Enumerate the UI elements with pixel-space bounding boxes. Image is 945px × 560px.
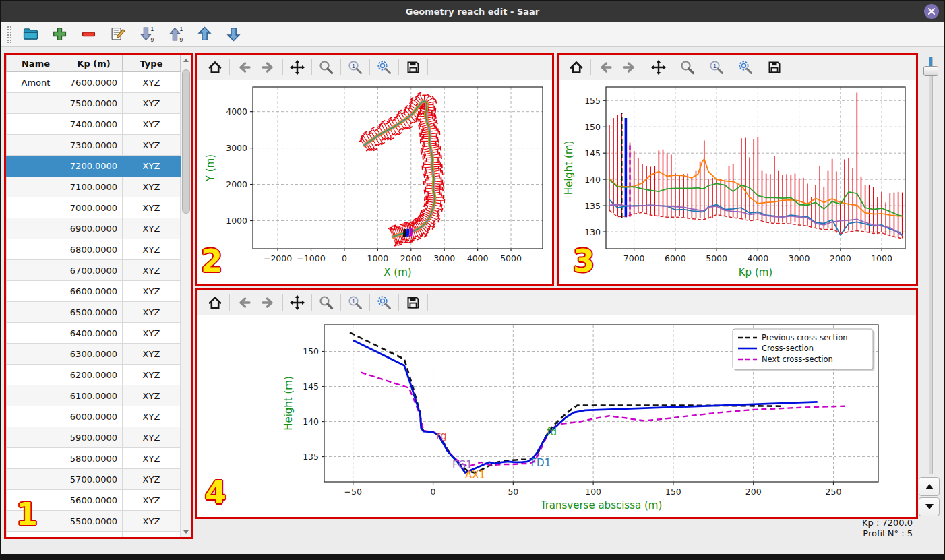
svg-text:140: 140 (584, 175, 601, 185)
profiles-table[interactable]: Name Kp (m) Type Amont7600.0000XYZ7500.0… (6, 55, 181, 537)
zoom-button[interactable] (314, 292, 338, 313)
zoom-extent-icon (737, 59, 754, 75)
table-row[interactable]: 7200.0000XYZ (7, 156, 181, 177)
zoom-button[interactable] (675, 57, 700, 77)
next-profile-button[interactable] (919, 497, 940, 516)
svg-text:−50: −50 (344, 487, 362, 497)
column-header-type[interactable]: Type (123, 55, 181, 72)
table-row[interactable]: 6000.0000XYZ (7, 406, 181, 427)
svg-text:200: 200 (745, 487, 762, 497)
save-button[interactable] (401, 292, 425, 313)
titlebar[interactable]: Geometry reach edit - Saar (1, 1, 944, 22)
sort-descending-button[interactable]: 1 9 (137, 24, 157, 44)
remove-profile-button[interactable] (79, 24, 99, 44)
zoom-extent-button[interactable] (372, 57, 396, 77)
svg-text:145: 145 (584, 148, 601, 158)
forward-button[interactable] (256, 292, 280, 313)
pan-button[interactable] (285, 292, 309, 313)
table-row[interactable]: 7400.0000XYZ (7, 114, 181, 135)
add-profile-icon (51, 26, 68, 42)
table-row[interactable]: 5900.0000XYZ (7, 427, 181, 448)
add-profile-button[interactable] (50, 24, 70, 44)
home-button[interactable] (564, 57, 588, 77)
status-readout: Kp : 7200.0 Profil N° : 5 (862, 518, 913, 539)
save-button[interactable] (762, 57, 787, 77)
save-icon (405, 294, 421, 311)
status-kp: Kp : 7200.0 (862, 518, 913, 528)
profile-slider-groove[interactable] (929, 57, 933, 474)
back-button[interactable] (232, 57, 256, 77)
zoom-one-button[interactable]: 1 (704, 57, 729, 77)
column-header-name[interactable]: Name (7, 55, 65, 72)
zoom-one-icon: 1 (708, 59, 725, 75)
svg-text:1000: 1000 (871, 253, 892, 263)
annotation-mark-2: 2 (201, 245, 222, 276)
svg-text:0: 0 (431, 487, 436, 497)
scrollbar-down-icon[interactable] (181, 526, 191, 537)
move-down-button[interactable] (224, 24, 244, 44)
annotation-mark-3: 3 (573, 245, 595, 276)
home-icon (207, 294, 223, 311)
table-row[interactable]: 6500.0000XYZ (7, 302, 181, 323)
home-button[interactable] (203, 57, 227, 77)
table-row[interactable]: 6100.0000XYZ (7, 385, 181, 406)
svg-text:7000: 7000 (623, 253, 645, 263)
svg-text:1000: 1000 (226, 216, 247, 226)
table-row[interactable]: 7100.0000XYZ (7, 177, 181, 197)
pan-button[interactable] (285, 57, 309, 77)
forward-button[interactable] (617, 57, 642, 77)
zoom-extent-button[interactable] (733, 57, 758, 77)
scrollbar-up-icon[interactable] (181, 55, 191, 65)
svg-text:4000: 4000 (467, 253, 489, 263)
table-row[interactable]: 7000.0000XYZ (7, 197, 181, 218)
table-row[interactable]: 7300.0000XYZ (7, 135, 181, 156)
table-row[interactable]: 6600.0000XYZ (7, 281, 181, 302)
zoom-one-button[interactable]: 1 (343, 292, 367, 313)
edit-profile-button[interactable] (108, 24, 128, 44)
profile-slider-handle[interactable] (923, 66, 938, 76)
column-header-kp[interactable]: Kp (m) (65, 55, 123, 72)
table-row[interactable]: 5800.0000XYZ (7, 448, 181, 469)
profile-slider[interactable] (922, 57, 938, 474)
move-up-button[interactable] (195, 24, 215, 44)
sort-ascending-button[interactable]: 1 9 (166, 24, 186, 44)
back-button[interactable] (232, 292, 256, 313)
close-button[interactable] (924, 4, 939, 19)
longitudinal-profile-chart[interactable]: 7000600050004000300020001000130135140145… (559, 80, 916, 284)
zoom-button[interactable] (314, 57, 338, 77)
back-button[interactable] (593, 57, 617, 77)
pan-button[interactable] (646, 57, 671, 77)
svg-text:1: 1 (151, 26, 154, 32)
cross-section-chart[interactable]: rgFG1AX1FD1fd−50050100150200250135140145… (197, 315, 916, 517)
toolbar-grip[interactable] (7, 26, 12, 43)
home-button[interactable] (203, 292, 227, 313)
plan-view-chart[interactable]: −2000−1000010002000300040005000100020003… (197, 80, 552, 284)
remove-profile-icon (80, 26, 97, 42)
table-scrollbar[interactable] (181, 55, 191, 537)
annotation-mark-4: 4 (205, 477, 226, 508)
table-row[interactable]: 6700.0000XYZ (7, 260, 181, 281)
arrow-up-icon (925, 484, 934, 489)
svg-text:250: 250 (826, 487, 842, 497)
table-row[interactable]: 5700.0000XYZ (7, 469, 181, 490)
profiles-table-panel: Name Kp (m) Type Amont7600.0000XYZ7500.0… (4, 53, 193, 539)
arrow-down-icon (925, 504, 934, 509)
table-row[interactable]: 6300.0000XYZ (7, 344, 181, 365)
table-row[interactable]: 6900.0000XYZ (7, 218, 181, 239)
table-row[interactable]: Amont7600.0000XYZ (7, 72, 181, 93)
table-row[interactable]: 6800.0000XYZ (7, 239, 181, 260)
zoom-extent-button[interactable] (372, 292, 396, 313)
table-scrollbar-handle[interactable] (182, 69, 190, 214)
svg-text:Next cross-section: Next cross-section (762, 354, 833, 364)
save-button[interactable] (401, 57, 425, 77)
svg-text:4000: 4000 (226, 106, 247, 117)
zoom-one-button[interactable]: 1 (343, 57, 367, 77)
previous-profile-button[interactable] (919, 477, 940, 496)
home-icon (207, 59, 223, 75)
table-row[interactable]: 6200.0000XYZ (7, 365, 181, 385)
table-row[interactable]: 7500.0000XYZ (7, 93, 181, 114)
svg-text:3000: 3000 (226, 143, 247, 153)
table-row[interactable]: 6400.0000XYZ (7, 323, 181, 344)
open-file-button[interactable] (21, 24, 41, 44)
forward-button[interactable] (256, 57, 280, 77)
